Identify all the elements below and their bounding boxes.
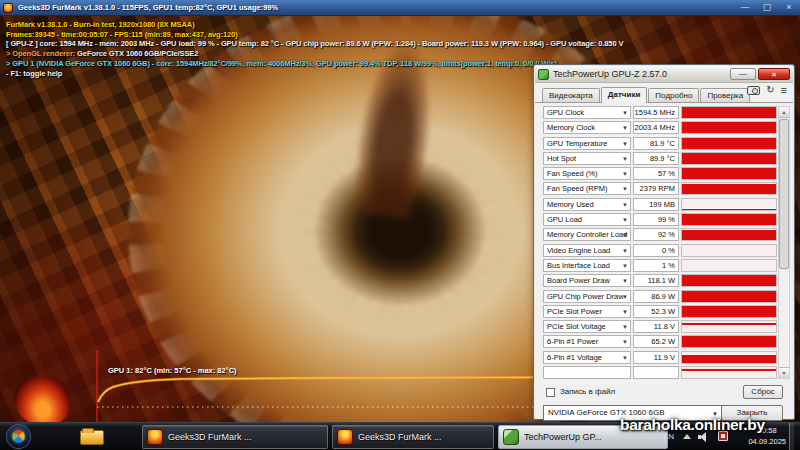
sensor-name[interactable]: PCIe Slot Voltage▼ [543,320,631,333]
osd-line-title: FurMark v1.38.1.0 - Burn-in test, 1920x1… [6,20,623,30]
furmark-osd: FurMark v1.38.1.0 - Burn-in test, 1920x1… [6,20,623,78]
sensor-value: 0 % [633,244,679,257]
refresh-icon[interactable]: ↻ [766,85,774,95]
chevron-down-icon[interactable]: ▼ [622,321,628,333]
sensor-name[interactable] [543,366,631,379]
close-icon[interactable]: × [782,1,796,14]
gpu-temp-label: GPU 1: 82°C (min: 57°C - max: 82°C) [108,366,237,375]
chevron-down-icon[interactable]: ▼ [622,291,628,303]
sensor-name[interactable]: Hot Spot▼ [543,152,631,165]
sensor-name[interactable]: Board Power Draw▼ [543,274,631,287]
sensor-name[interactable]: Memory Clock▼ [543,121,631,134]
sensor-graph [681,228,777,241]
chevron-down-icon[interactable]: ▼ [622,183,628,195]
minimize-icon[interactable]: — [730,68,756,80]
camera-icon[interactable] [747,86,760,95]
gpuz-window: TechPowerUp GPU-Z 2.57.0 — × ВидеокартаД… [533,64,795,420]
chevron-down-icon[interactable]: ▼ [622,199,628,211]
sensor-row-partial [543,366,777,379]
gpuz-title: TechPowerUp GPU-Z 2.57.0 [553,69,667,79]
scroll-up-icon[interactable]: ▲ [779,107,789,118]
sensor-graph [681,152,777,165]
sensor-graph [681,121,777,134]
chevron-down-icon[interactable]: ▼ [622,138,628,150]
sensor-name[interactable]: Fan Speed (%)▼ [543,167,631,180]
chevron-down-icon[interactable]: ▼ [622,306,628,318]
sensor-name[interactable]: Video Engine Load▼ [543,244,631,257]
chevron-down-icon[interactable]: ▼ [622,245,628,257]
chevron-down-icon[interactable]: ▼ [622,336,628,348]
gpuz-app-icon [538,69,549,80]
sensor-row: 6-Pin #1 Power▼65.2 W [543,335,777,348]
minimize-icon[interactable]: — [738,1,752,14]
sensor-name[interactable]: GPU Clock▼ [543,106,631,119]
gpuz-tab[interactable]: Датчики [601,87,648,103]
sensor-name[interactable]: PCIe Slot Power▼ [543,305,631,318]
start-orb[interactable] [6,424,31,449]
sensor-name[interactable]: Fan Speed (RPM)▼ [543,182,631,195]
sensor-graph [681,335,777,348]
sensor-name[interactable]: Bus Interface Load▼ [543,259,631,272]
sensor-name[interactable]: 6-Pin #1 Power▼ [543,335,631,348]
hidden-icons-arrow[interactable] [683,434,691,439]
sensor-graph [681,274,777,287]
chevron-down-icon[interactable]: ▼ [622,275,628,287]
taskbar-buttons: Geeks3D FurMark ...Geeks3D FurMark ...Te… [142,425,668,449]
reset-button[interactable]: Сброс [743,385,783,399]
sensor-value: 11.8 V [633,320,679,333]
chevron-down-icon[interactable]: ▼ [622,107,628,119]
furmark-flame-icon [147,429,163,445]
osd-line-gpu1: > GPU 1 (NVIDIA GeForce GTX 1060 6GB) - … [6,59,623,69]
sensor-name[interactable]: Memory Used▼ [543,198,631,211]
sensor-value [633,366,679,379]
chevron-down-icon[interactable]: ▼ [622,153,628,165]
sensor-value: 118.1 W [633,274,679,287]
log-to-file-checkbox[interactable] [546,388,555,397]
taskbar-button[interactable]: Geeks3D FurMark ... [142,425,328,449]
taskbar-explorer-button[interactable] [80,428,104,446]
sensor-value: 89.9 °C [633,152,679,165]
close-icon[interactable]: × [758,68,790,80]
sensor-row: GPU Clock▼1594.5 MHz [543,106,777,119]
sensor-row: Memory Clock▼2003.4 MHz [543,121,777,134]
sensor-name[interactable]: 6-Pin #1 Voltage▼ [543,351,631,364]
sensor-row: Memory Used▼199 MB [543,198,777,211]
chevron-down-icon[interactable]: ▼ [622,214,628,226]
gpuz-tab[interactable]: Подробно [648,88,699,102]
menu-icon[interactable]: ≡ [781,85,787,95]
sensor-graph [681,167,777,180]
sensor-name[interactable]: GPU Chip Power Draw▼ [543,290,631,303]
sensor-value: 99 % [633,213,679,226]
chevron-down-icon[interactable]: ▼ [622,168,628,180]
sensor-row: Board Power Draw▼118.1 W [543,274,777,287]
sensor-scrollbar[interactable]: ▲ ▼ [778,106,790,379]
chevron-down-icon[interactable]: ▼ [622,260,628,272]
gpuz-tab[interactable]: Видеокарта [542,88,600,102]
sensor-name[interactable]: GPU Temperature▼ [543,137,631,150]
sensor-name[interactable]: GPU Load▼ [543,213,631,226]
gpuz-tab[interactable]: Проверка [700,88,750,102]
sensor-graph [681,259,777,272]
maximize-icon[interactable]: ▢ [760,1,774,14]
sensor-graph [681,290,777,303]
sensor-row: PCIe Slot Voltage▼11.8 V [543,320,777,333]
sensor-value: 2379 RPM [633,182,679,195]
sensor-value: 81.9 °C [633,137,679,150]
tray-date: 04.09.2025 [748,436,786,447]
chevron-down-icon[interactable]: ▼ [622,352,628,364]
sensor-value: 11.9 V [633,351,679,364]
sensor-row: 6-Pin #1 Voltage▼11.9 V [543,351,777,364]
show-desktop-button[interactable] [789,423,794,450]
chevron-down-icon[interactable]: ▼ [622,229,628,241]
scroll-down-icon[interactable]: ▼ [779,367,789,378]
sensor-row: Hot Spot▼89.9 °C [543,152,777,165]
sensor-list: GPU Clock▼1594.5 MHzMemory Clock▼2003.4 … [543,106,777,379]
taskbar-button[interactable]: Geeks3D FurMark ... [332,425,494,449]
sensor-name[interactable]: Memory Controller Load▼ [543,228,631,241]
furmark-flame-icon [337,429,353,445]
scrollbar-thumb[interactable] [779,119,789,269]
chevron-down-icon[interactable]: ▼ [622,122,628,134]
sensor-row: GPU Load▼99 % [543,213,777,226]
gpuz-titlebar[interactable]: TechPowerUp GPU-Z 2.57.0 — × [535,66,793,83]
sensor-value: 57 % [633,167,679,180]
